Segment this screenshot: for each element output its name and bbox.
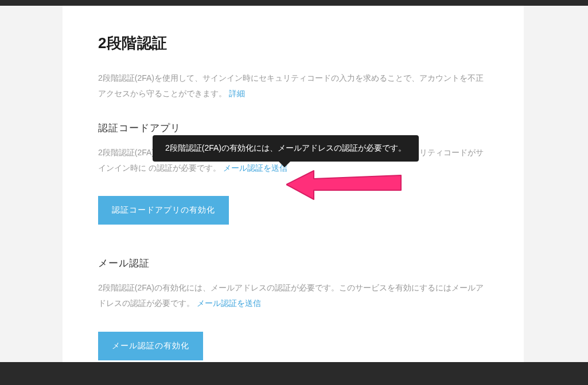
auth-app-title: 認証コードアプリ [98, 121, 488, 135]
auth-app-send-email-link[interactable]: メール認証を送信 [223, 163, 287, 172]
tooltip-text: 2段階認証(2FA)の有効化には、メールアドレスの認証が必要です。 [165, 143, 406, 152]
email-auth-text-body: 2段階認証(2FA)の有効化には、メールアドレスの認証が必要です。このサービスを… [98, 283, 484, 308]
email-auth-text: 2段階認証(2FA)の有効化には、メールアドレスの認証が必要です。このサービスを… [98, 280, 488, 311]
page-title: 2段階認証 [98, 33, 488, 53]
settings-card: 2段階認証 2段階認証(2FA)を使用して、サインイン時にセキュリティコードの入… [63, 6, 524, 385]
email-auth-title: メール認証 [98, 257, 488, 270]
email-auth-send-link[interactable]: メール認証を送信 [197, 298, 261, 308]
footer-bar [0, 362, 588, 385]
intro-text: 2段階認証(2FA)を使用して、サインイン時にセキュリティコードの入力を求めるこ… [98, 70, 488, 101]
details-link[interactable]: 詳細 [229, 89, 245, 98]
auth-app-text-after: の認証が必要です。 [149, 163, 221, 172]
intro-text-body: 2段階認証(2FA)を使用して、サインイン時にセキュリティコードの入力を求めるこ… [98, 73, 484, 98]
tooltip: 2段階認証(2FA)の有効化には、メールアドレスの認証が必要です。 [153, 135, 419, 162]
email-auth-section: メール認証 2段階認証(2FA)の有効化には、メールアドレスの認証が必要です。こ… [98, 257, 488, 360]
header-bar [0, 0, 588, 6]
enable-email-auth-button[interactable]: メール認証の有効化 [98, 332, 203, 360]
enable-auth-app-button[interactable]: 認証コードアプリの有効化 [98, 196, 229, 225]
